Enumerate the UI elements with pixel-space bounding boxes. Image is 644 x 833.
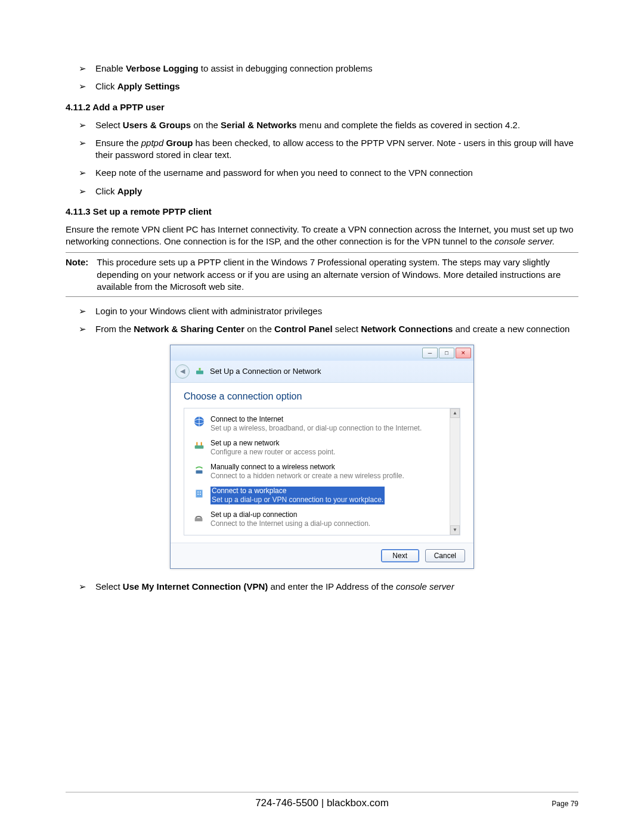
svg-rect-8 xyxy=(200,491,201,493)
page-footer: 724-746-5500 | blackbox.com Page 79 xyxy=(66,792,578,809)
list-item: Keep note of the username and password f… xyxy=(95,167,578,179)
option-list: Connect to the InternetSet up a wireless… xyxy=(184,408,460,535)
option-title: Connect to the Internet xyxy=(210,415,422,424)
connection-option[interactable]: Connect to a workplaceSet up a dial-up o… xyxy=(184,484,460,507)
header-row: ◀ Set Up a Connection or Network xyxy=(171,361,473,383)
dialog-prompt: Choose a connection option xyxy=(184,391,460,402)
list-item: Select Use My Internet Connection (VPN) … xyxy=(95,581,578,593)
back-button[interactable]: ◀ xyxy=(175,364,190,379)
next-button[interactable]: Next xyxy=(381,549,419,562)
option-title: Connect to a workplace xyxy=(212,487,383,496)
intro-paragraph: Ensure the remote VPN client PC has Inte… xyxy=(66,224,578,248)
close-button[interactable]: ✕ xyxy=(456,348,471,358)
option-title: Set up a dial-up connection xyxy=(210,510,370,519)
wizard-dialog: ─ □ ✕ ◀ Set Up a Connection or Network C… xyxy=(170,345,474,569)
connection-option[interactable]: Set up a new networkConfigure a new rout… xyxy=(184,436,460,460)
option-subtitle: Connect to a hidden network or create a … xyxy=(210,472,404,481)
svg-rect-11 xyxy=(195,518,203,521)
svg-rect-9 xyxy=(197,493,199,494)
phone-icon xyxy=(193,510,206,524)
svg-rect-6 xyxy=(196,490,203,497)
connection-option[interactable]: Connect to the InternetSet up a wireless… xyxy=(184,412,460,436)
bullets-4-11-2: Select Users & Groups on the Serial & Ne… xyxy=(66,119,578,197)
option-title: Manually connect to a wireless network xyxy=(210,463,404,472)
dialog-title: Set Up a Connection or Network xyxy=(210,367,321,376)
scroll-down-icon[interactable]: ▼ xyxy=(450,525,460,535)
note-label: Note: xyxy=(66,256,88,293)
note-text: This procedure sets up a PPTP client in … xyxy=(97,256,578,293)
svg-rect-0 xyxy=(196,370,203,374)
building-icon xyxy=(193,487,206,500)
minimize-button[interactable]: ─ xyxy=(422,348,438,358)
scroll-up-icon[interactable]: ▲ xyxy=(450,408,460,418)
bullets-client: Login to your Windows client with admini… xyxy=(66,305,578,336)
option-subtitle: Set up a wireless, broadband, or dial-up… xyxy=(210,424,422,433)
option-title: Set up a new network xyxy=(210,439,335,448)
list-item: From the Network & Sharing Center on the… xyxy=(95,323,578,335)
cancel-button[interactable]: Cancel xyxy=(425,549,465,562)
heading-4-11-3: 4.11.3 Set up a remote PPTP client xyxy=(66,206,578,216)
list-item: Login to your Windows client with admini… xyxy=(95,305,578,317)
button-row: Next Cancel xyxy=(171,543,473,568)
heading-4-11-2: 4.11.2 Add a PPTP user xyxy=(66,102,578,112)
option-subtitle: Configure a new router or access point. xyxy=(210,448,335,457)
option-subtitle: Set up a dial-up or VPN connection to yo… xyxy=(212,496,383,504)
list-item: Click Apply xyxy=(95,185,578,197)
bullets-after: Select Use My Internet Connection (VPN) … xyxy=(66,581,578,593)
wifi-icon xyxy=(193,463,206,476)
connection-option[interactable]: Manually connect to a wireless networkCo… xyxy=(184,460,460,484)
svg-rect-1 xyxy=(199,368,201,371)
svg-rect-7 xyxy=(197,491,199,493)
list-item: Ensure the pptpd Group has been checked,… xyxy=(95,137,578,162)
router-icon xyxy=(193,439,206,452)
bullets-top: Enable Verbose Logging to assist in debu… xyxy=(66,63,578,93)
connection-option[interactable]: Set up a dial-up connectionConnect to th… xyxy=(184,507,460,531)
svg-rect-4 xyxy=(195,445,204,449)
svg-rect-10 xyxy=(200,493,201,494)
maximize-button[interactable]: □ xyxy=(439,348,454,358)
divider-bottom xyxy=(66,296,578,297)
titlebar: ─ □ ✕ xyxy=(171,345,473,361)
scrollbar[interactable]: ▲ ▼ xyxy=(450,408,460,535)
option-subtitle: Connect to the Internet using a dial-up … xyxy=(210,519,370,528)
list-item: Select Users & Groups on the Serial & Ne… xyxy=(95,119,578,131)
footer-page-number: Page 79 xyxy=(552,800,578,808)
footer-contact: 724-746-5500 | blackbox.com xyxy=(255,797,389,809)
network-wizard-icon xyxy=(194,366,205,377)
svg-rect-5 xyxy=(196,470,203,473)
divider-top xyxy=(66,252,578,253)
bullet-apply-settings: Click Apply Settings xyxy=(95,80,578,92)
bullet-verbose: Enable Verbose Logging to assist in debu… xyxy=(95,63,578,75)
globe-icon xyxy=(193,415,206,428)
note-block: Note: This procedure sets up a PPTP clie… xyxy=(66,256,578,293)
